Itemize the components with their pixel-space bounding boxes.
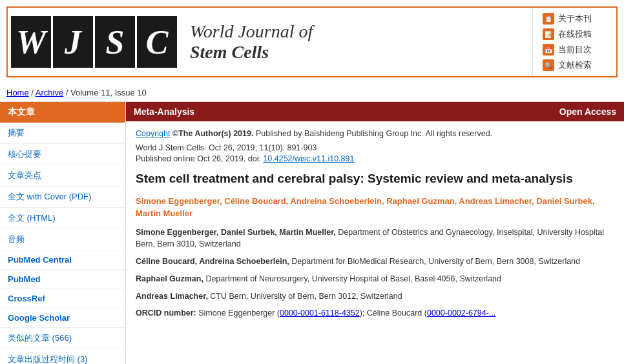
affiliation-4: Andreas Limacher, CTU Bern, University o… xyxy=(136,290,614,303)
affiliation-4-bold: Andreas Limacher, xyxy=(136,292,208,301)
sidebar-item-google-scholar[interactable]: Google Scholar xyxy=(0,308,125,328)
sidebar-item-full-pdf[interactable]: 全文 with Cover (PDF) xyxy=(0,187,125,208)
content-body: Copyright ©The Author(s) 2019. Published… xyxy=(126,121,624,332)
nav-toc[interactable]: 📅 当前目次 xyxy=(543,44,607,56)
nav-submit-label: 在线投稿 xyxy=(558,28,592,40)
article-title: Stem cell treatment and cerebral palsy: … xyxy=(136,171,614,187)
content-header: Meta-Analysis Open Access xyxy=(126,102,624,121)
breadcrumb-issue: Volume 11, Issue 10 xyxy=(70,88,147,97)
orcid-sep: ); Céline Boucard ( xyxy=(360,308,427,318)
sidebar-item-highlights[interactable]: 文章亮点 xyxy=(0,165,125,187)
sidebar-item-core-tip[interactable]: 核心提要 xyxy=(0,144,125,165)
affiliation-2-rest: Department for BioMedical Research, Univ… xyxy=(291,257,580,266)
authors-colored: Simone Eggenberger, Céline Boucard, Andr… xyxy=(136,195,614,220)
logo-letter-j: J xyxy=(53,16,93,68)
orcid-link-1[interactable]: 0000-0001-6118-4352 xyxy=(280,308,360,318)
sidebar-item-process-time[interactable]: 文章出版过程时间 (3) xyxy=(0,349,125,364)
doi-prefix: Published online Oct 26, 2019. doi: xyxy=(136,154,261,163)
logo-letter-w: W xyxy=(11,16,51,68)
doi-line: Published online Oct 26, 2019. doi: 10.4… xyxy=(136,154,614,163)
copyright-line: Copyright ©The Author(s) 2019. Published… xyxy=(136,129,614,138)
copyright-text: ©The Author(s) 2019. Published by Baishi… xyxy=(172,129,492,138)
content-area: Meta-Analysis Open Access Copyright ©The… xyxy=(126,102,624,364)
nav-about[interactable]: 📋 关于本刊 xyxy=(543,13,607,25)
sidebar-item-pubmed-central[interactable]: PubMed Central xyxy=(0,250,125,270)
logo-letter-s: S xyxy=(95,16,135,68)
article-type: Meta-Analysis xyxy=(134,106,194,117)
sidebar: 本文章 摘要 核心提要 文章亮点 全文 with Cover (PDF) 全文 … xyxy=(0,102,126,364)
affiliation-3: Raphael Guzman, Department of Neurosurge… xyxy=(136,273,614,285)
affiliation-orcid: ORCID number: Simone Eggenberger (0000-0… xyxy=(136,307,614,319)
sidebar-item-crossref[interactable]: CrossRef xyxy=(0,289,125,308)
breadcrumb-sep2: / xyxy=(66,88,70,97)
doi-link[interactable]: 10.4252/wjsc.v11.i10.891 xyxy=(263,154,354,163)
nav-about-label: 关于本刊 xyxy=(558,13,592,25)
citation-line: World J Stem Cells. Oct 26, 2019; 11(10)… xyxy=(136,143,614,152)
affiliation-2-bold: Céline Boucard, Andreina Schoeberlein, xyxy=(136,257,289,266)
affiliation-3-bold: Raphael Guzman, xyxy=(136,274,203,283)
affiliation-orcid-label: ORCID number: xyxy=(136,308,196,318)
nav-submit[interactable]: 📝 在线投稿 xyxy=(543,28,607,40)
logo-letters: W J S C xyxy=(11,16,177,68)
logo-letter-c: C xyxy=(137,16,177,68)
toc-icon: 📅 xyxy=(543,44,554,56)
nav-search[interactable]: 🔍 文献检索 xyxy=(543,59,607,71)
breadcrumb: Home / Archive / Volume 11, Issue 10 xyxy=(0,84,624,102)
orcid-link-2[interactable]: 0000-0002-6794-... xyxy=(427,308,495,318)
journal-name: World Journal of Stem Cells xyxy=(177,21,326,63)
main-layout: 本文章 摘要 核心提要 文章亮点 全文 with Cover (PDF) 全文 … xyxy=(0,102,624,364)
breadcrumb-home[interactable]: Home xyxy=(6,88,29,97)
affiliation-4-rest: CTU Bern, University of Bern, Bern 3012,… xyxy=(210,292,402,301)
journal-name-line2: Stem Cells xyxy=(190,42,313,63)
breadcrumb-archive[interactable]: Archive xyxy=(36,88,63,97)
copyright-link[interactable]: Copyright xyxy=(136,129,171,138)
sidebar-item-audio[interactable]: 音频 xyxy=(0,229,125,250)
logo-area: W J S C World Journal of Stem Cells xyxy=(8,8,329,76)
affiliation-orcid-rest: Simone Eggenberger ( xyxy=(198,308,280,318)
affiliation-3-rest: Department of Neurosurgery, University H… xyxy=(205,274,501,283)
affiliation-1: Simone Eggenberger, Daniel Surbek, Marti… xyxy=(136,227,614,251)
submit-icon: 📝 xyxy=(543,28,554,40)
access-type: Open Access xyxy=(559,106,616,117)
search-icon: 🔍 xyxy=(543,59,554,71)
sidebar-item-similar[interactable]: 类似的文章 (566) xyxy=(0,328,125,349)
sidebar-item-pubmed[interactable]: PubMed xyxy=(0,270,125,289)
about-icon: 📋 xyxy=(543,13,554,25)
nav-toc-label: 当前目次 xyxy=(558,44,592,56)
affiliation-1-bold: Simone Eggenberger, Daniel Surbek, Marti… xyxy=(136,228,336,237)
journal-name-line1: World Journal of xyxy=(190,21,313,42)
nav-search-label: 文献检索 xyxy=(558,59,592,71)
affiliation-2: Céline Boucard, Andreina Schoeberlein, D… xyxy=(136,256,614,268)
sidebar-item-full-html[interactable]: 全文 (HTML) xyxy=(0,208,125,229)
page-header: W J S C World Journal of Stem Cells 📋 关于… xyxy=(6,6,618,77)
header-nav: 📋 关于本刊 📝 在线投稿 📅 当前目次 🔍 文献检索 xyxy=(532,8,616,76)
sidebar-item-abstract[interactable]: 摘要 xyxy=(0,123,125,144)
sidebar-header: 本文章 xyxy=(0,102,125,123)
